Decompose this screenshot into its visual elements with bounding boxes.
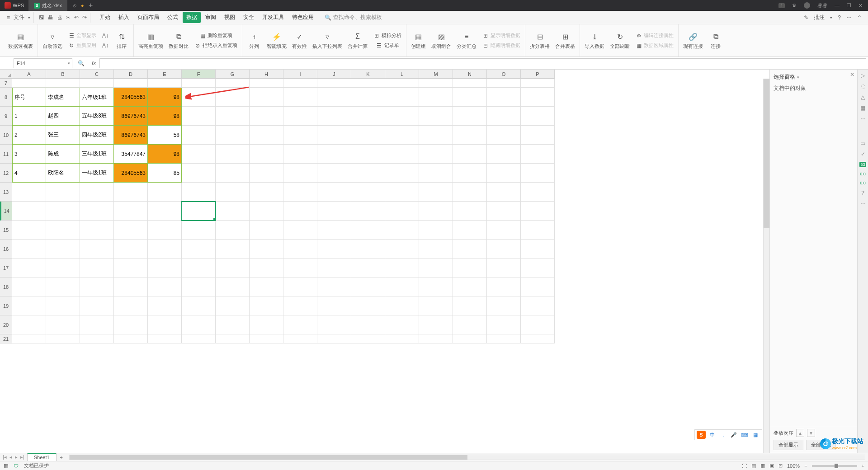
cell-O13[interactable] bbox=[487, 183, 521, 202]
cell-L13[interactable] bbox=[385, 183, 419, 202]
cell-O8[interactable] bbox=[487, 88, 521, 107]
cell-P7[interactable] bbox=[521, 79, 555, 88]
undo-icon[interactable]: ↶ bbox=[73, 14, 80, 22]
cell-I18[interactable] bbox=[283, 277, 317, 296]
menu-tab-8[interactable]: 开发工具 bbox=[259, 12, 288, 23]
cell-L19[interactable] bbox=[385, 296, 419, 315]
cell-L21[interactable] bbox=[385, 334, 419, 343]
cell-D14[interactable] bbox=[114, 202, 148, 221]
cell-G17[interactable] bbox=[216, 258, 250, 277]
sort-button[interactable]: ⇅排序 bbox=[113, 30, 131, 51]
cell-L17[interactable] bbox=[385, 258, 419, 277]
cell-F9[interactable] bbox=[182, 107, 216, 126]
cell-F12[interactable] bbox=[182, 164, 216, 183]
cell-C8[interactable]: 六年级1班 bbox=[80, 88, 114, 107]
cell-A12[interactable]: 4 bbox=[12, 164, 46, 183]
premium-icon[interactable]: ♛ bbox=[792, 3, 797, 9]
cell-C18[interactable] bbox=[80, 277, 114, 296]
cell-P12[interactable] bbox=[521, 164, 555, 183]
cell-G14[interactable] bbox=[216, 202, 250, 221]
cell-C21[interactable] bbox=[80, 334, 114, 343]
file-dropdown-icon[interactable]: ▾ bbox=[27, 14, 32, 21]
cell-F8[interactable] bbox=[182, 88, 216, 107]
row-header-11[interactable]: 11 bbox=[0, 145, 12, 164]
cell-G20[interactable] bbox=[216, 315, 250, 334]
cell-G8[interactable] bbox=[216, 88, 250, 107]
sheet-last-icon[interactable]: ▸| bbox=[20, 454, 24, 460]
cell-N10[interactable] bbox=[453, 126, 487, 145]
cell-J15[interactable] bbox=[317, 221, 351, 240]
connections-button[interactable]: ⧉连接 bbox=[707, 30, 725, 51]
menu-tab-3[interactable]: 公式 bbox=[164, 12, 182, 23]
cell-P15[interactable] bbox=[521, 221, 555, 240]
send-backward-button[interactable]: ▼ bbox=[807, 429, 815, 437]
cell-J7[interactable] bbox=[317, 79, 351, 88]
row-header-8[interactable]: 8 bbox=[0, 88, 12, 107]
menu-tab-1[interactable]: 插入 bbox=[115, 12, 133, 23]
cell-P19[interactable] bbox=[521, 296, 555, 315]
cell-N16[interactable] bbox=[453, 240, 487, 258]
menu-tab-4[interactable]: 数据 bbox=[183, 12, 201, 23]
cell-E10[interactable]: 58 bbox=[148, 126, 182, 145]
cell-E18[interactable] bbox=[148, 277, 182, 296]
cell-M13[interactable] bbox=[419, 183, 453, 202]
col-header-P[interactable]: P bbox=[521, 70, 555, 79]
cell-B19[interactable] bbox=[46, 296, 80, 315]
select-tool-icon[interactable]: ▷ bbox=[861, 72, 865, 79]
sort-asc-button[interactable]: A↓ bbox=[100, 31, 111, 40]
cell-E9[interactable]: 98 bbox=[148, 107, 182, 126]
cell-N9[interactable] bbox=[453, 107, 487, 126]
show-detail-button[interactable]: ⊞显示明细数据 bbox=[480, 31, 522, 40]
col-header-C[interactable]: C bbox=[80, 70, 114, 79]
horizontal-scrollbar[interactable] bbox=[69, 455, 865, 460]
print-preview-icon[interactable]: 🖶 bbox=[47, 14, 55, 22]
highlight-dup-button[interactable]: ▥高亮重复项 bbox=[137, 30, 165, 51]
cell-B10[interactable]: 张三 bbox=[46, 126, 80, 145]
cell-E17[interactable] bbox=[148, 258, 182, 277]
cell-O18[interactable] bbox=[487, 277, 521, 296]
sheet-prev-icon[interactable]: ◂ bbox=[9, 454, 12, 460]
cell-D12[interactable]: 28405563 bbox=[114, 164, 148, 183]
spreadsheet[interactable]: ABCDEFGHIJKLMNOP 78序号李成名六年级1班28405563989… bbox=[0, 70, 769, 453]
cell-F14[interactable] bbox=[182, 202, 216, 221]
cell-C20[interactable] bbox=[80, 315, 114, 334]
data-range-button[interactable]: ▦数据区域属性 bbox=[633, 41, 675, 50]
cell-K18[interactable] bbox=[351, 277, 385, 296]
fx-button[interactable]: fx bbox=[88, 60, 99, 66]
col-header-J[interactable]: J bbox=[317, 70, 351, 79]
tool-5-icon[interactable]: ⋯ bbox=[860, 116, 866, 122]
cell-A20[interactable] bbox=[12, 315, 46, 334]
search-icon[interactable]: 🔍 bbox=[325, 14, 331, 21]
cell-C14[interactable] bbox=[80, 202, 114, 221]
cell-L11[interactable] bbox=[385, 145, 419, 164]
cell-G10[interactable] bbox=[216, 126, 250, 145]
menu-tab-0[interactable]: 开始 bbox=[96, 12, 114, 23]
status-icon-2[interactable]: ▤ bbox=[751, 463, 756, 469]
cell-I21[interactable] bbox=[283, 334, 317, 343]
sort-desc-button[interactable]: A↑ bbox=[100, 41, 111, 50]
cell-L7[interactable] bbox=[385, 79, 419, 88]
cell-I15[interactable] bbox=[283, 221, 317, 240]
cell-I14[interactable] bbox=[283, 202, 317, 221]
cell-H18[interactable] bbox=[250, 277, 283, 296]
cell-L18[interactable] bbox=[385, 277, 419, 296]
cell-P9[interactable] bbox=[521, 107, 555, 126]
cell-E7[interactable] bbox=[148, 79, 182, 88]
cell-C9[interactable]: 五年级3班 bbox=[80, 107, 114, 126]
cell-O17[interactable] bbox=[487, 258, 521, 277]
cell-L12[interactable] bbox=[385, 164, 419, 183]
row-header-9[interactable]: 9 bbox=[0, 107, 12, 126]
cell-L20[interactable] bbox=[385, 315, 419, 334]
cell-J13[interactable] bbox=[317, 183, 351, 202]
col-header-I[interactable]: I bbox=[283, 70, 317, 79]
ime-grid-icon[interactable]: ▦ bbox=[751, 431, 760, 439]
cell-G12[interactable] bbox=[216, 164, 250, 183]
cell-C15[interactable] bbox=[80, 221, 114, 240]
consolidate-button[interactable]: Σ合并计算 bbox=[346, 30, 369, 51]
cell-O10[interactable] bbox=[487, 126, 521, 145]
col-header-D[interactable]: D bbox=[114, 70, 148, 79]
cell-M12[interactable] bbox=[419, 164, 453, 183]
cell-P16[interactable] bbox=[521, 240, 555, 258]
cell-L10[interactable] bbox=[385, 126, 419, 145]
annotate-dropdown-icon[interactable]: ▾ bbox=[830, 15, 832, 20]
